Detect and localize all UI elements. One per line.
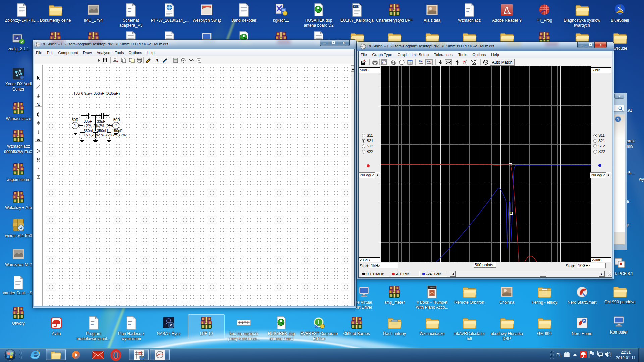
svg-text:50R: 50R <box>113 118 120 122</box>
svg-text:?: ? <box>463 60 465 65</box>
svg-text:2: 2 <box>115 123 117 128</box>
svg-text:T80-6 9 zw. 350nH (0,35uH): T80-6 9 zw. 350nH (0,35uH) <box>73 91 120 95</box>
svg-text:+5%,-5%: +5%,-5% <box>97 133 112 137</box>
svg-text:50R: 50R <box>72 118 78 122</box>
svg-text:Log: Log <box>427 60 431 63</box>
svg-text:+2%,-2%: +2%,-2% <box>84 124 99 128</box>
svg-text:Lin: Lin <box>419 60 423 62</box>
svg-text:+2%,-2%: +2%,-2% <box>111 133 126 137</box>
svg-text:33pF: 33pF <box>84 119 92 123</box>
svg-text:350nH: 350nH <box>97 129 108 133</box>
svg-text:33pF: 33pF <box>97 119 105 123</box>
svg-text:+5%,-5%: +5%,-5% <box>84 133 99 137</box>
svg-text:+2%,-2%: +2%,-2% <box>97 124 112 128</box>
svg-text:350nH: 350nH <box>84 129 94 133</box>
svg-text:A: A <box>155 58 159 63</box>
svg-text:?: ? <box>617 117 619 122</box>
svg-text:1: 1 <box>74 123 76 128</box>
svg-text:35: 35 <box>138 351 142 355</box>
svg-text:150pF: 150pF <box>112 129 122 133</box>
